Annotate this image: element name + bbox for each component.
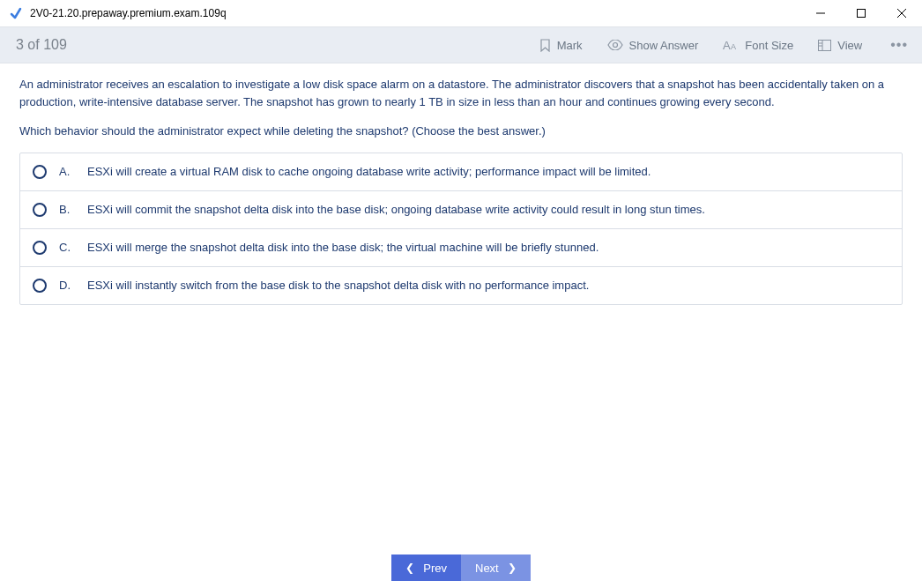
bookmark-icon <box>539 39 551 52</box>
font-size-button[interactable]: AA Font Size <box>723 39 793 52</box>
question-counter: 3 of 109 <box>16 37 67 53</box>
prev-button[interactable]: ❮ Prev <box>391 555 461 581</box>
close-button[interactable] <box>881 0 922 26</box>
window-titlebar: 2V0-21.20.prepaway.premium.exam.109q <box>0 0 922 26</box>
font-size-icon: AA <box>723 39 739 51</box>
answer-option-d[interactable]: D. ESXi will instantly switch from the b… <box>20 267 902 304</box>
answer-text: ESXi will create a virtual RAM disk to c… <box>87 165 889 178</box>
prev-label: Prev <box>423 562 447 575</box>
radio-icon <box>33 165 47 179</box>
chevron-left-icon: ❮ <box>405 562 414 574</box>
answer-option-c[interactable]: C. ESXi will merge the snapshot delta di… <box>20 229 902 267</box>
maximize-button[interactable] <box>841 0 881 26</box>
question-paragraph-2: Which behavior should the administrator … <box>19 123 903 140</box>
view-label: View <box>837 39 862 52</box>
show-answer-label: Show Answer <box>629 39 699 52</box>
mark-label: Mark <box>557 39 583 52</box>
radio-icon <box>33 241 47 255</box>
show-answer-button[interactable]: Show Answer <box>607 39 699 52</box>
next-label: Next <box>475 562 499 575</box>
svg-point-4 <box>613 43 617 48</box>
toolbar: 3 of 109 Mark Show Answer AA Font Size V… <box>0 26 922 63</box>
view-icon <box>818 40 831 51</box>
answer-option-b[interactable]: B. ESXi will commit the snapshot delta d… <box>20 191 902 229</box>
answer-letter: B. <box>59 203 75 216</box>
mark-button[interactable]: Mark <box>539 39 583 52</box>
answers-list: A. ESXi will create a virtual RAM disk t… <box>19 153 903 305</box>
question-text: An administrator receives an escalation … <box>19 76 903 140</box>
app-icon <box>9 6 23 20</box>
answer-text: ESXi will instantly switch from the base… <box>87 279 889 292</box>
answer-letter: D. <box>59 279 75 292</box>
question-paragraph-1: An administrator receives an escalation … <box>19 76 903 110</box>
answer-option-a[interactable]: A. ESXi will create a virtual RAM disk t… <box>20 153 902 191</box>
titlebar-left: 2V0-21.20.prepaway.premium.exam.109q <box>9 6 227 20</box>
minimize-button[interactable] <box>800 0 841 26</box>
svg-rect-1 <box>858 10 866 18</box>
radio-icon <box>33 279 47 293</box>
bottom-nav: ❮ Prev Next ❯ <box>0 555 922 581</box>
svg-text:A: A <box>723 39 731 51</box>
radio-icon <box>33 203 47 217</box>
window-controls <box>800 0 922 26</box>
svg-text:A: A <box>731 42 736 51</box>
answer-letter: C. <box>59 241 75 254</box>
answer-text: ESXi will commit the snapshot delta disk… <box>87 203 889 216</box>
answer-text: ESXi will merge the snapshot delta disk … <box>87 241 889 254</box>
content-area: An administrator receives an escalation … <box>0 63 922 317</box>
font-size-label: Font Size <box>745 39 793 52</box>
answer-letter: A. <box>59 165 75 178</box>
window-title: 2V0-21.20.prepaway.premium.exam.109q <box>30 7 227 19</box>
view-button[interactable]: View <box>818 39 862 52</box>
toolbar-actions: Mark Show Answer AA Font Size View ••• <box>539 37 908 53</box>
next-button[interactable]: Next ❯ <box>461 555 531 581</box>
eye-icon <box>607 40 623 50</box>
more-button[interactable]: ••• <box>887 37 908 53</box>
chevron-right-icon: ❯ <box>508 562 517 574</box>
